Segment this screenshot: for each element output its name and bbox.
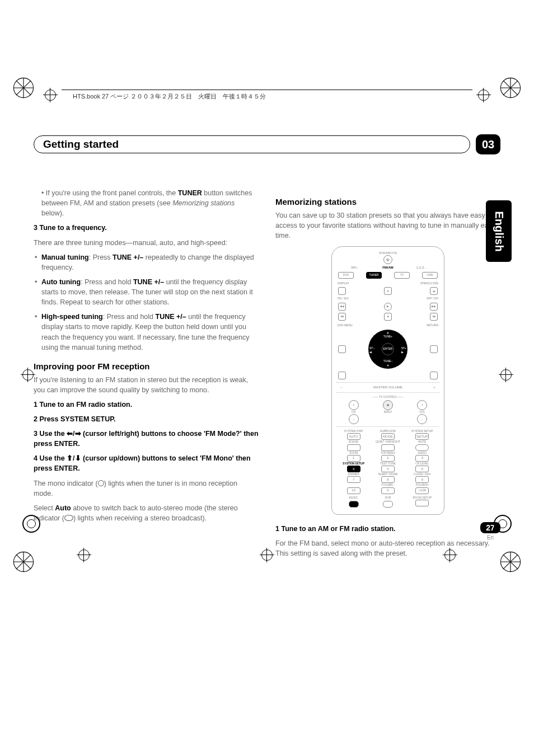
right-column: Memorizing stations You can save up to 3… <box>275 188 500 563</box>
print-registration-fan-bl <box>11 550 36 574</box>
remote-dvd-menu-button <box>338 345 346 353</box>
remote-line-button: LINE <box>422 272 438 279</box>
print-registration-fan-tr <box>498 76 523 100</box>
remote-skip-back-button: ⏮ <box>338 313 346 321</box>
remote-music-button <box>349 501 359 508</box>
mono-indicator-icon <box>98 480 104 486</box>
remote-key-4-highlight: 4 <box>347 466 360 472</box>
tuning-modes-intro: There are three tuning modes—manual, aut… <box>34 238 259 248</box>
page-language-label: En <box>480 534 500 541</box>
improving-reception-heading: Improving poor FM reception <box>34 360 259 373</box>
source-file-header: HTS.book 27 ページ ２００３年２月２５日 火曜日 午後１時４５分 <box>73 92 266 101</box>
print-ring-icon <box>494 515 512 535</box>
print-ring-icon <box>22 515 40 535</box>
remote-tuner-button: TUNER <box>366 272 382 279</box>
remote-control-diagram: STANDBY/ON ⏻ SR+ FM/AM 1,2,3... DVD TUNE… <box>331 246 444 515</box>
remote-blank-button <box>430 372 438 379</box>
mono-indicator-note: The mono indicator () lights when the tu… <box>34 478 259 499</box>
remote-display-button <box>338 287 346 295</box>
remote-dvd-button: DVD <box>338 272 354 279</box>
header-rule <box>62 90 472 90</box>
remote-tv-vol-button: + <box>417 400 427 410</box>
remote-next-button: ▶▶ <box>430 303 438 311</box>
remote-enter-button: ENTER <box>382 343 394 355</box>
remote-pause-button: ⏸ <box>384 287 392 295</box>
right-step-1-note: For the FM band, select mono or auto-ste… <box>275 538 500 558</box>
print-crosshair-icon <box>45 90 56 103</box>
stereo-indicator-icon <box>64 515 73 521</box>
print-crosshair-icon <box>261 550 273 563</box>
print-registration-fan-br <box>498 550 523 574</box>
step-3-heading: 3 Tune to a frequency. <box>34 223 259 233</box>
step-2: 2 Press SYSTEM SETUP. <box>34 414 259 424</box>
remote-stop-button: ■ <box>384 313 392 321</box>
remote-play-button: ▶ <box>384 303 392 311</box>
auto-tuning-bullet: •Auto tuning: Press and hold TUNE +/– un… <box>34 277 259 307</box>
power-icon: ⏻ <box>383 255 392 264</box>
chapter-number: 03 <box>476 134 500 154</box>
front-panel-note: • If you're using the front panel contro… <box>34 188 259 218</box>
remote-eject-button: ⏏ <box>430 287 438 295</box>
remote-tv-ch-button: + <box>349 400 359 410</box>
remote-prev-button: ◀◀ <box>338 303 346 311</box>
remote-return-button <box>430 345 438 353</box>
print-crosshair-icon <box>78 550 90 563</box>
auto-stereo-note: Select Auto above to switch back to auto… <box>34 503 259 523</box>
remote-tv-power-button <box>383 400 393 410</box>
right-step-1: 1 Tune to an AM or FM radio station. <box>275 524 500 534</box>
left-column: • If you're using the front panel contro… <box>34 188 259 563</box>
print-crosshair-icon <box>444 550 456 563</box>
print-registration-fan-tl <box>11 76 36 100</box>
remote-tv-button: TV <box>394 272 410 279</box>
manual-tuning-bullet: •Manual tuning: Press TUNE +/– repeatedl… <box>34 252 259 273</box>
improving-reception-intro: If you're listening to an FM station in … <box>34 375 259 395</box>
language-tab-label: English <box>493 211 505 251</box>
step-4: 4 Use the ⬆/⬇ (cursor up/down) buttons t… <box>34 453 259 473</box>
step-3: 3 Use the ⬅/➡ (cursor left/right) button… <box>34 429 259 449</box>
print-crosshair-icon <box>478 90 489 103</box>
memorizing-stations-intro: You can save up to 30 station presets so… <box>275 210 500 241</box>
high-speed-tuning-bullet: •High-speed tuning: Press and hold TUNE … <box>34 312 259 353</box>
language-tab: English <box>486 200 512 262</box>
memorizing-stations-heading: Memorizing stations <box>275 196 500 208</box>
remote-blank-button <box>338 372 346 379</box>
remote-standby-label: STANDBY/ON <box>338 251 438 255</box>
chapter-title: Getting started <box>34 135 470 153</box>
step-1: 1 Tune to an FM radio station. <box>34 400 259 410</box>
remote-enter-pad: ▲TUNE+ TUNE–▼ ST–◀ ST+▶ ENTER <box>368 330 407 369</box>
print-crosshair-icon <box>22 369 34 383</box>
remote-skip-fwd-button: ⏭ <box>430 313 438 321</box>
print-crosshair-icon <box>500 369 512 383</box>
